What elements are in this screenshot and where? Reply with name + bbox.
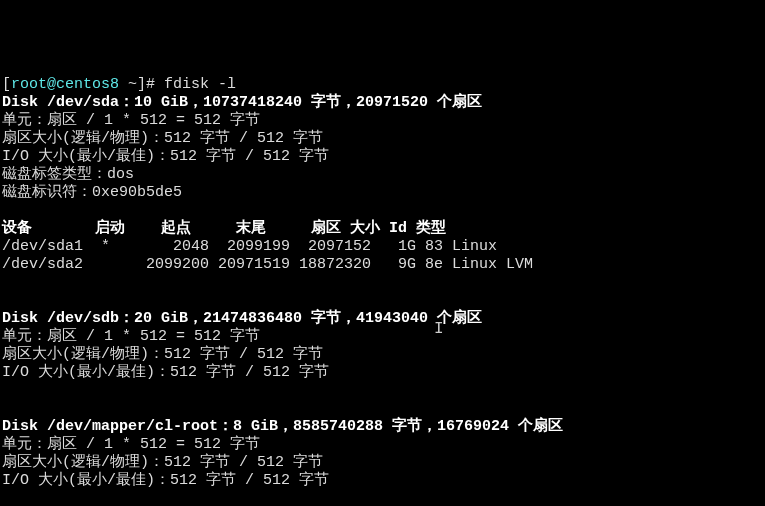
partition-row-sda1: /dev/sda1 * 2048 2099199 2097152 1G 83 L… [2,238,497,255]
prompt-path: ~ [119,76,137,93]
disk-clroot-header: Disk /dev/mapper/cl-root：8 GiB，858574028… [2,418,563,435]
prompt-userhost: root@centos8 [11,76,119,93]
disk-sdb-io: I/O 大小(最小/最佳)：512 字节 / 512 字节 [2,364,329,381]
disk-sda-header: Disk /dev/sda：10 GiB，10737418240 字节，2097… [2,94,482,111]
disk-sda-unit: 单元：扇区 / 1 * 512 = 512 字节 [2,112,260,129]
prompt-close: ]# [137,76,164,93]
prompt-open: [ [2,76,11,93]
terminal-output[interactable]: [root@centos8 ~]# fdisk -l Disk /dev/sda… [2,76,763,506]
disk-clroot-unit: 单元：扇区 / 1 * 512 = 512 字节 [2,436,260,453]
partition-table-header: 设备 启动 起点 末尾 扇区 大小 Id 类型 [2,220,446,237]
disk-sda-sector: 扇区大小(逻辑/物理)：512 字节 / 512 字节 [2,130,323,147]
disk-sda-labeltype: 磁盘标签类型：dos [2,166,134,183]
disk-sda-io: I/O 大小(最小/最佳)：512 字节 / 512 字节 [2,148,329,165]
partition-row-sda2: /dev/sda2 2099200 20971519 18872320 9G 8… [2,256,533,273]
disk-sdb-unit: 单元：扇区 / 1 * 512 = 512 字节 [2,328,260,345]
disk-sdb-sector: 扇区大小(逻辑/物理)：512 字节 / 512 字节 [2,346,323,363]
command-text: fdisk -l [164,76,236,93]
text-cursor-icon: I [434,320,444,338]
disk-clroot-sector: 扇区大小(逻辑/物理)：512 字节 / 512 字节 [2,454,323,471]
disk-clroot-io: I/O 大小(最小/最佳)：512 字节 / 512 字节 [2,472,329,489]
disk-sdb-header: Disk /dev/sdb：20 GiB，21474836480 字节，4194… [2,310,482,327]
disk-sda-identifier: 磁盘标识符：0xe90b5de5 [2,184,182,201]
